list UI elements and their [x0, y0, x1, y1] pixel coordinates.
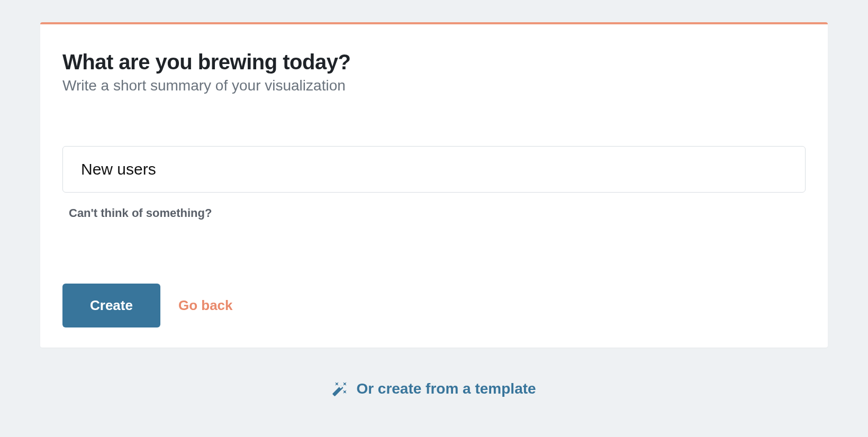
go-back-button[interactable]: Go back [178, 297, 233, 314]
magic-wand-icon [332, 381, 348, 397]
summary-input-wrap [62, 146, 806, 193]
create-button[interactable]: Create [62, 284, 160, 327]
create-from-template-link[interactable]: Or create from a template [356, 380, 536, 397]
summary-input[interactable] [62, 146, 806, 193]
action-row: Create Go back [62, 284, 806, 327]
create-visualization-card: What are you brewing today? Write a shor… [40, 22, 828, 348]
card-subtitle: Write a short summary of your visualizat… [62, 77, 806, 94]
template-link-row: Or create from a template [40, 380, 828, 397]
card-title: What are you brewing today? [62, 50, 806, 74]
suggestion-hint[interactable]: Can't think of something? [62, 206, 806, 220]
